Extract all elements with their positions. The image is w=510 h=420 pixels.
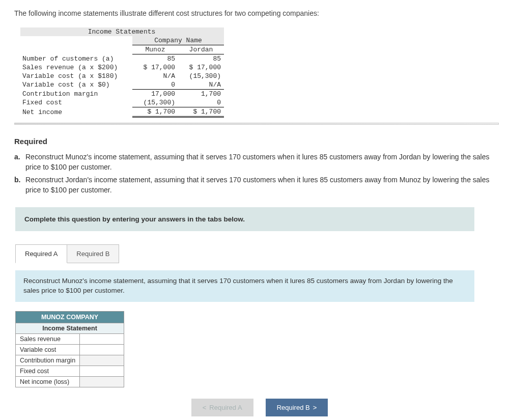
req-text: Reconstruct Munoz's income statement, as… bbox=[24, 152, 505, 173]
row-label: Net income bbox=[20, 107, 132, 117]
answer-company: MUNOZ COMPANY bbox=[16, 311, 124, 323]
cell: (15,300) bbox=[178, 72, 224, 80]
fixed-cost-input[interactable] bbox=[84, 368, 120, 375]
cell: 0 bbox=[132, 80, 178, 90]
next-required-button[interactable]: Required B > bbox=[266, 399, 328, 416]
next-label: Required B bbox=[277, 404, 310, 411]
req-letter: a. bbox=[14, 152, 24, 173]
req-letter: b. bbox=[14, 175, 24, 195]
chevron-left-icon: < bbox=[203, 404, 207, 411]
answer-subtitle: Income Statement bbox=[16, 323, 124, 333]
cell: 85 bbox=[132, 54, 178, 64]
income-statements-block: Income Statements Company Name Munoz Jor… bbox=[20, 27, 505, 118]
contribution-margin-cell bbox=[80, 355, 124, 366]
answer-row-label: Fixed cost bbox=[16, 366, 80, 376]
answer-row-label: Contribution margin bbox=[16, 355, 80, 366]
tab-required-a[interactable]: Required A bbox=[15, 244, 67, 263]
row-label: Variable cost (a x $0) bbox=[20, 80, 132, 90]
cell: $ 17,000 bbox=[178, 63, 224, 72]
cell: 85 bbox=[178, 54, 224, 64]
cell: $ 17,000 bbox=[132, 63, 178, 72]
chevron-right-icon: > bbox=[313, 404, 317, 411]
sales-revenue-input[interactable] bbox=[84, 335, 120, 343]
prev-required-button: < Required A bbox=[191, 399, 253, 416]
cell: N/A bbox=[178, 80, 224, 90]
row-label: Sales revenue (a x $200) bbox=[20, 63, 132, 72]
row-label: Number of customers (a) bbox=[20, 54, 132, 64]
col-munoz: Munoz bbox=[132, 45, 178, 54]
requirements-list: a. Reconstruct Munoz's income statement,… bbox=[14, 152, 505, 195]
answer-row-label: Sales revenue bbox=[16, 333, 80, 344]
instruction-banner: Complete this question by entering your … bbox=[15, 207, 474, 231]
tabs: Required A Required B bbox=[15, 244, 505, 263]
row-label: Contribution margin bbox=[20, 90, 132, 99]
required-heading: Required bbox=[14, 137, 505, 146]
row-label: Variable cost (a x $180) bbox=[20, 72, 132, 80]
cell: $ 1,700 bbox=[132, 107, 178, 117]
scroll-indicator bbox=[14, 123, 499, 125]
intro-text: The following income statements illustra… bbox=[14, 9, 505, 17]
table-title: Income Statements bbox=[20, 27, 224, 36]
row-label: Fixed cost bbox=[20, 98, 132, 107]
answer-table: MUNOZ COMPANY Income Statement Sales rev… bbox=[15, 311, 124, 387]
prev-label: Required A bbox=[209, 404, 242, 411]
cell: $ 1,700 bbox=[178, 107, 224, 117]
cell: 17,000 bbox=[132, 90, 178, 99]
list-item: a. Reconstruct Munoz's income statement,… bbox=[14, 152, 505, 173]
col-jordan: Jordan bbox=[178, 45, 224, 54]
tab-required-b[interactable]: Required B bbox=[67, 244, 119, 263]
tab-description: Reconstruct Munoz's income statement, as… bbox=[15, 270, 474, 302]
company-header: Company Name bbox=[132, 36, 224, 45]
answer-row-label: Variable cost bbox=[16, 344, 80, 355]
nav-buttons: < Required A Required B > bbox=[14, 399, 505, 416]
list-item: b. Reconstruct Jordan's income statement… bbox=[14, 175, 505, 195]
req-text: Reconstruct Jordan's income statement, a… bbox=[24, 175, 505, 195]
answer-row-label: Net income (loss) bbox=[16, 376, 80, 387]
income-statements-table: Income Statements Company Name Munoz Jor… bbox=[20, 27, 224, 118]
cell: 1,700 bbox=[178, 90, 224, 99]
variable-cost-input[interactable] bbox=[84, 346, 120, 353]
net-income-cell bbox=[80, 376, 124, 387]
cell: N/A bbox=[132, 72, 178, 80]
cell: (15,300) bbox=[132, 98, 178, 107]
cell: 0 bbox=[178, 98, 224, 107]
